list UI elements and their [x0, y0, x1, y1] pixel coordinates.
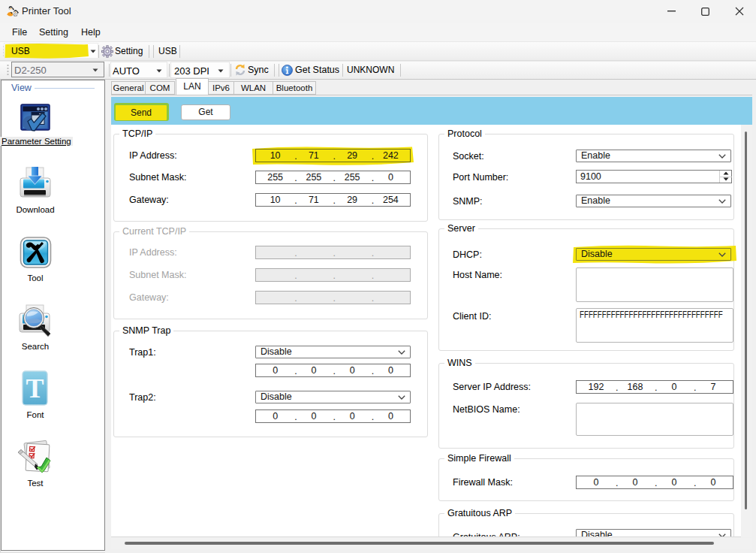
svg-text:T: T: [26, 373, 44, 403]
